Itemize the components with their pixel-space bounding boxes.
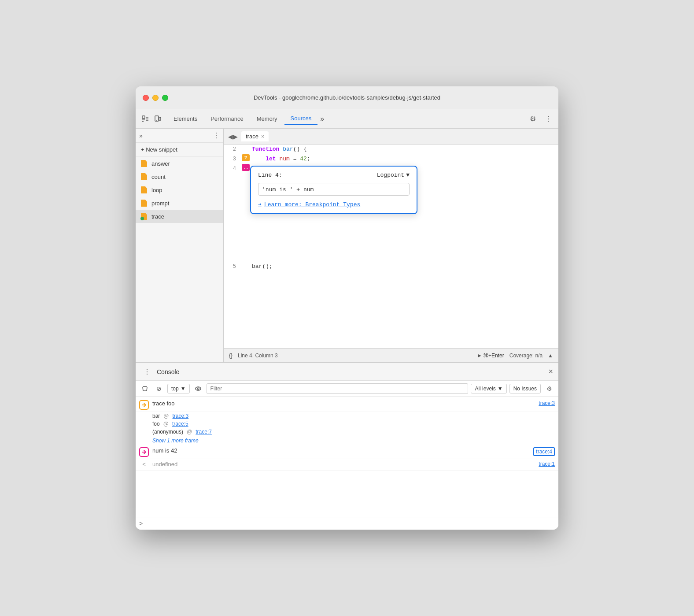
stack-location-anon[interactable]: trace:7 xyxy=(196,429,212,435)
console-input-line: > xyxy=(136,517,558,530)
format-button[interactable]: {} xyxy=(229,353,233,359)
code-line-2: 2 function bar() { xyxy=(224,145,558,154)
trace-location[interactable]: trace:3 xyxy=(539,400,555,406)
stack-location-bar[interactable]: trace:3 xyxy=(173,413,189,419)
logpoint-popup: Line 4: Logpoint ▼ ➔ Learn more: Breakpo… xyxy=(250,166,417,214)
tab-performance[interactable]: Performance xyxy=(204,113,249,125)
line-gutter-4: .. xyxy=(241,164,250,171)
title-bar: DevTools - googlechrome.github.io/devtoo… xyxy=(136,86,558,109)
code-line-5: 5 bar(); xyxy=(224,262,558,271)
context-selector[interactable]: top ▼ xyxy=(167,384,190,393)
sidebar-header: » ⋮ xyxy=(136,129,223,143)
console-entry-log: num is 42 trace:4 xyxy=(136,445,558,459)
layers-icon[interactable]: ▲ xyxy=(548,353,553,359)
console-entry-trace: trace foo trace:3 xyxy=(136,398,558,412)
snippet-file-icon xyxy=(141,186,148,193)
breakpoint-badge-pink[interactable]: .. xyxy=(242,164,250,171)
status-bar-right: ▶ ⌘+Enter Coverage: n/a ▲ xyxy=(478,353,553,359)
stack-location-foo[interactable]: trace:5 xyxy=(172,421,188,427)
snippet-item-prompt[interactable]: prompt xyxy=(136,197,223,210)
console-entry-undefined: < undefined trace:1 xyxy=(136,459,558,471)
breakpoint-badge-orange[interactable]: ? xyxy=(242,154,250,161)
code-editor[interactable]: 2 function bar() { 3 ? let num = 42; xyxy=(224,145,558,348)
console-panel: ⋮ Console × ⊘ top ▼ xyxy=(136,362,558,530)
code-line-3: 3 ? let num = 42; xyxy=(224,154,558,164)
snippet-file-icon xyxy=(141,213,148,220)
log-level-dropdown[interactable]: All levels ▼ xyxy=(471,384,506,393)
stack-fn-anon: (anonymous) xyxy=(152,429,183,435)
logpoint-header: Line 4: Logpoint ▼ xyxy=(258,172,410,178)
code-tab-trace[interactable]: trace × xyxy=(241,131,269,141)
line-number-2: 2 xyxy=(224,145,241,154)
snippet-item-answer[interactable]: answer xyxy=(136,157,223,170)
stack-fn-foo: foo xyxy=(152,421,160,427)
devtools-window: DevTools - googlechrome.github.io/devtoo… xyxy=(136,86,558,530)
console-menu-icon[interactable]: ⋮ xyxy=(141,366,153,378)
code-tab-close-icon[interactable]: × xyxy=(261,134,264,140)
nav-device-icon[interactable] xyxy=(151,113,164,125)
stack-fn-bar: bar xyxy=(152,413,160,419)
show-more-frames-link[interactable]: Show 1 more frame xyxy=(136,436,558,445)
snippet-name: loop xyxy=(151,187,162,193)
eye-icon[interactable] xyxy=(192,383,204,394)
issues-button[interactable]: No Issues xyxy=(509,384,541,393)
svg-rect-1 xyxy=(155,116,159,121)
logpoint-learn-more-link[interactable]: ➔ Learn more: Breakpoint Types xyxy=(258,201,410,208)
line-number-3: 3 xyxy=(224,154,241,164)
code-editor-area: ◀▶ trace × 2 function bar() { xyxy=(224,129,558,362)
tab-sources[interactable]: Sources xyxy=(284,112,318,125)
new-snippet-label: + New snippet xyxy=(141,146,177,153)
more-options-icon[interactable]: ⋮ xyxy=(543,113,555,125)
undefined-content: undefined xyxy=(152,461,535,468)
snippet-item-trace[interactable]: trace xyxy=(136,210,223,223)
snippet-name: trace xyxy=(151,213,164,220)
close-button[interactable] xyxy=(143,95,149,101)
tab-elements[interactable]: Elements xyxy=(167,113,203,125)
devtools-toolbar-right: ⚙ ⋮ xyxy=(527,113,555,125)
console-close-icon[interactable]: × xyxy=(548,367,553,376)
line-number-4: 4 xyxy=(224,164,241,174)
window-title: DevTools - googlechrome.github.io/devtoo… xyxy=(254,94,440,101)
snippet-item-loop[interactable]: loop xyxy=(136,183,223,197)
snippet-file-icon xyxy=(141,173,148,180)
traffic-lights xyxy=(143,95,168,101)
maximize-button[interactable] xyxy=(162,95,168,101)
svg-point-4 xyxy=(196,387,201,390)
undefined-location[interactable]: trace:1 xyxy=(539,461,555,467)
trace-entry-content: trace foo xyxy=(152,400,535,407)
logpoint-type-dropdown[interactable]: Logpoint ▼ xyxy=(377,172,410,178)
var-num: num xyxy=(279,156,289,162)
sidebar-chevron-icon[interactable]: » xyxy=(139,132,143,139)
logpoint-link-icon: ➔ xyxy=(258,201,262,208)
snippet-item-count[interactable]: count xyxy=(136,170,223,183)
new-snippet-button[interactable]: + New snippet xyxy=(136,143,223,157)
line-number-5: 5 xyxy=(224,262,241,271)
settings-icon[interactable]: ⚙ xyxy=(527,113,539,125)
svg-rect-2 xyxy=(159,117,161,120)
console-filter-input[interactable] xyxy=(207,383,469,394)
stack-line-bar: bar @ trace:3 xyxy=(136,412,558,420)
logpoint-expression-input[interactable] xyxy=(258,183,410,196)
snippet-dot-icon xyxy=(140,217,144,220)
stack-at-anon: @ xyxy=(187,429,192,435)
run-button[interactable]: ▶ ⌘+Enter xyxy=(478,353,504,359)
status-bar: {} Line 4, Column 3 ▶ ⌘+Enter Coverage: … xyxy=(224,348,558,362)
log-location[interactable]: trace:4 xyxy=(533,447,555,456)
nav-inspect-icon[interactable] xyxy=(139,113,151,125)
more-tabs-icon[interactable]: » xyxy=(320,115,324,123)
snippet-name: count xyxy=(151,174,166,180)
undefined-symbol: < xyxy=(139,461,149,468)
console-input-field[interactable] xyxy=(146,520,555,527)
snippet-file-icon xyxy=(141,200,148,207)
console-gear-icon[interactable]: ⚙ xyxy=(543,383,555,394)
punc-bar-call: bar(); xyxy=(252,263,273,270)
panel-toggle-icon[interactable]: ◀▶ xyxy=(227,131,239,142)
svg-rect-0 xyxy=(142,116,145,119)
clear-console-icon[interactable] xyxy=(139,383,151,394)
console-content: trace foo trace:3 bar @ trace:3 foo @ tr… xyxy=(136,397,558,517)
minimize-button[interactable] xyxy=(152,95,159,101)
sidebar-menu-icon[interactable]: ⋮ xyxy=(213,131,220,140)
tab-memory[interactable]: Memory xyxy=(251,113,284,125)
ban-icon[interactable]: ⊘ xyxy=(153,383,165,394)
log-level-dropdown-icon: ▼ xyxy=(498,386,503,392)
